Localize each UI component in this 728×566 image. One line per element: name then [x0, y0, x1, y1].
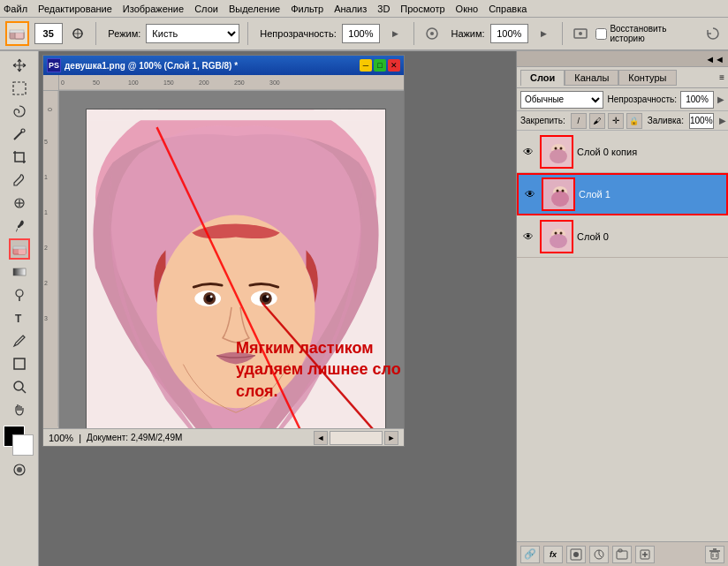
panel-opacity-value[interactable]: 100% [680, 91, 714, 109]
maximize-button[interactable]: □ [374, 59, 386, 72]
pressure-display[interactable]: 100% [490, 24, 528, 43]
layer-1-visibility[interactable]: 👁 [522, 186, 538, 202]
tool-quickmask[interactable] [9, 459, 30, 480]
menu-item-file[interactable]: Файл [4, 4, 27, 14]
tool-eyedropper[interactable] [9, 170, 30, 191]
ruler-vertical: 0 5 1 1 2 2 3 [43, 91, 59, 428]
tool-selection[interactable] [9, 78, 30, 99]
minimize-button[interactable]: ─ [360, 59, 372, 72]
menu-item-help[interactable]: Справка [489, 4, 527, 14]
svg-point-67 [557, 190, 559, 192]
menu-item-edit[interactable]: Редактирование [38, 4, 112, 14]
color-swatches[interactable] [4, 426, 35, 457]
brush-preset-button[interactable] [68, 23, 88, 44]
canvas-viewport[interactable]: Мягким ластиком удаляем лишнее сло слоя. [59, 91, 404, 428]
layer-item-0[interactable]: 👁 Слой 0 копия [517, 131, 728, 173]
new-group-btn[interactable] [612, 546, 632, 563]
layer-0-copy-thumbnail [540, 135, 573, 169]
tablet-btn[interactable] [571, 23, 591, 44]
menu-item-layers[interactable]: Слои [194, 4, 218, 14]
tool-hand[interactable] [9, 399, 30, 420]
tab-layers[interactable]: Слои [520, 70, 565, 86]
tool-pen[interactable] [9, 330, 30, 351]
history-checkbox[interactable] [595, 28, 607, 40]
menu-item-filter[interactable]: Фильтр [291, 4, 323, 14]
delete-layer-btn[interactable] [705, 546, 724, 563]
svg-text:3: 3 [44, 315, 48, 321]
blend-mode-select[interactable]: Обычные Растворение Затемнение Умножение [520, 91, 603, 109]
ruler-horizontal: 0 50 100 150 200 250 300 [59, 75, 404, 91]
new-layer-btn[interactable] [635, 546, 655, 563]
layer-item-1[interactable]: 👁 Слой 1 [517, 173, 728, 215]
tool-move[interactable] [9, 55, 30, 76]
opacity-value: 100% [348, 28, 373, 39]
panel-opacity-arrow[interactable]: ▶ [717, 94, 724, 104]
tool-text[interactable]: T [9, 307, 30, 328]
adjustment-layer-btn[interactable] [589, 546, 609, 563]
menu-item-analysis[interactable]: Анализ [334, 4, 367, 14]
restore-history-label: Восстановить историю [610, 24, 697, 43]
opacity-display[interactable]: 100% [342, 24, 380, 43]
background-color[interactable] [12, 434, 34, 456]
lock-pixels-btn[interactable]: 🖌 [589, 113, 605, 129]
menu-item-3d[interactable]: 3D [377, 4, 390, 14]
close-button[interactable]: ✕ [388, 59, 400, 72]
svg-text:150: 150 [163, 79, 174, 86]
layer-item-2[interactable]: 👁 Слой 0 [517, 215, 728, 258]
menu-item-select[interactable]: Выделение [229, 4, 280, 14]
tool-wand[interactable] [9, 124, 30, 145]
opacity-arrow-btn[interactable]: ▶ [385, 23, 406, 44]
tool-eraser[interactable] [9, 238, 30, 260]
history-checkbox-label[interactable]: Восстановить историю [595, 24, 697, 43]
fill-arrow[interactable]: ▶ [719, 116, 726, 125]
layer-0-visibility[interactable]: 👁 [520, 229, 536, 245]
lock-position-btn[interactable]: ✛ [608, 113, 624, 129]
svg-rect-2 [10, 30, 24, 33]
svg-point-66 [551, 191, 569, 207]
tool-crop[interactable] [9, 147, 30, 168]
panel-title-bar: ◄◄ [517, 51, 728, 67]
tool-zoom[interactable] [9, 376, 30, 397]
horizontal-scrollbar[interactable] [330, 431, 383, 445]
toolbar-separator-3 [413, 22, 414, 45]
eraser-tool-button[interactable] [5, 21, 29, 46]
add-mask-icon [570, 548, 582, 561]
svg-point-9 [579, 32, 582, 35]
menu-item-view[interactable]: Просмотр [400, 4, 444, 14]
svg-text:100: 100 [128, 79, 139, 86]
panel-menu-btn[interactable]: ≡ [719, 72, 724, 82]
document-titlebar[interactable]: PS девушка1.png @ 100% (Слой 1, RGB/8) *… [43, 56, 404, 75]
svg-point-27 [17, 467, 22, 472]
tool-brush[interactable] [9, 215, 30, 237]
history-icon-btn[interactable] [702, 23, 723, 44]
fill-value[interactable]: 100% [689, 113, 714, 129]
tool-dodge[interactable] [9, 284, 30, 306]
tab-paths[interactable]: Контуры [618, 70, 676, 86]
layer-fx-btn[interactable]: fx [543, 546, 563, 563]
tool-lasso[interactable] [9, 101, 30, 122]
panel-collapse-btn[interactable]: ◄◄ [705, 54, 724, 64]
menu-item-image[interactable]: Изображение [123, 4, 184, 14]
airbrush-btn[interactable] [422, 23, 443, 44]
scroll-left-btn[interactable]: ◄ [314, 431, 328, 445]
tab-channels[interactable]: Каналы [565, 70, 618, 86]
menu-item-window[interactable]: Окно [456, 4, 479, 14]
svg-text:0: 0 [61, 79, 64, 86]
lock-all-btn[interactable]: 🔒 [626, 113, 642, 129]
lock-transparent-btn[interactable]: / [571, 113, 587, 129]
layer-0-name: Слой 0 [577, 231, 724, 242]
link-layers-btn[interactable]: 🔗 [520, 546, 540, 563]
add-mask-btn[interactable] [566, 546, 586, 563]
tool-shape[interactable] [9, 353, 30, 374]
svg-text:5: 5 [44, 139, 48, 145]
scroll-right-btn[interactable]: ► [384, 431, 398, 445]
svg-rect-19 [13, 268, 26, 275]
brush-size-display[interactable]: 35 [34, 23, 63, 44]
tool-gradient[interactable] [9, 261, 30, 283]
brush-mode-select[interactable]: Кисть Карандаш Архивная кисть [146, 24, 239, 43]
svg-rect-55 [87, 109, 385, 120]
tool-heal[interactable] [9, 192, 30, 214]
pressure-arrow-btn[interactable]: ▶ [534, 23, 554, 44]
photo-canvas[interactable] [86, 109, 386, 428]
layer-0-copy-visibility[interactable]: 👁 [520, 144, 536, 160]
